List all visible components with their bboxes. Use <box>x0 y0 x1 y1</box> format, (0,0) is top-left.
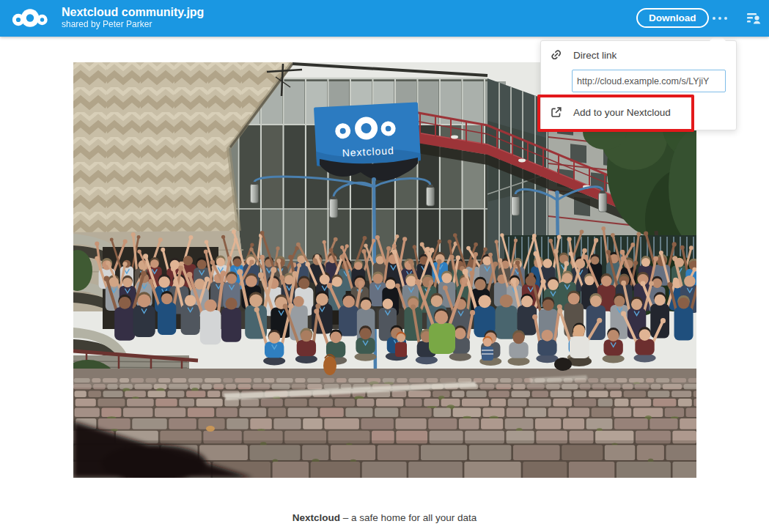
direct-link-url-input[interactable] <box>572 70 726 92</box>
menu-item-add-to-nextcloud[interactable]: Add to your Nextcloud <box>541 98 736 126</box>
public-share-page: Nextcloud community.jpg shared by Peter … <box>0 0 769 532</box>
direct-link-row <box>541 69 736 98</box>
sidebar-toggle-button[interactable] <box>743 9 764 28</box>
header-bar: Nextcloud community.jpg shared by Peter … <box>0 0 769 37</box>
download-button[interactable]: Download <box>636 8 709 28</box>
direct-link-label: Direct link <box>573 50 617 61</box>
menu-item-direct-link[interactable]: Direct link <box>541 41 736 69</box>
more-menu-button[interactable] <box>708 10 732 27</box>
footer-tagline: Nextcloud – a safe home for all your dat… <box>0 512 769 523</box>
details-sidebar-icon <box>745 9 762 26</box>
footer-slogan: – a safe home for all your data <box>340 512 477 523</box>
page-title: Nextcloud community.jpg <box>62 5 204 19</box>
footer-brand: Nextcloud <box>292 512 340 523</box>
page-subtitle: shared by Peter Parker <box>62 19 204 30</box>
share-options-popover: Direct link Add to your Nextcloud <box>540 40 737 130</box>
nextcloud-logo <box>9 6 51 31</box>
link-icon <box>551 49 562 61</box>
add-to-nextcloud-label: Add to your Nextcloud <box>573 107 671 118</box>
external-link-icon <box>551 106 562 118</box>
